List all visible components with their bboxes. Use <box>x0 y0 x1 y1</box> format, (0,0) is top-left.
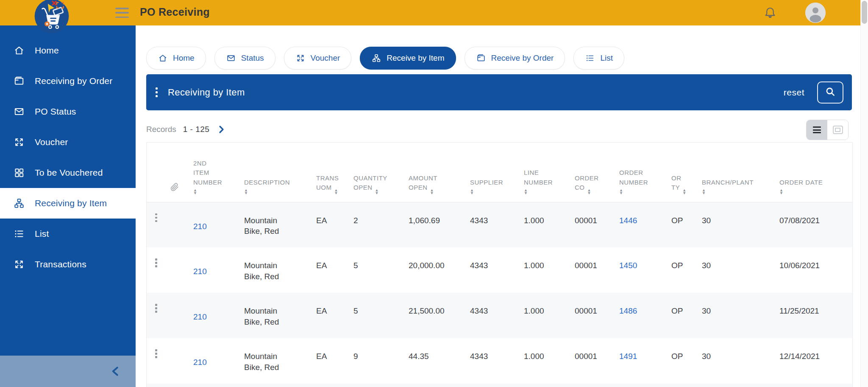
notifications-bell-icon[interactable] <box>764 6 776 20</box>
sort-icon[interactable]: ▲▼ <box>702 189 756 195</box>
reset-button[interactable]: reset <box>784 87 804 98</box>
supplier-cell: 4343 <box>470 293 524 338</box>
column-header-quantity-open[interactable]: QUANTITY OPEN▲▼ <box>353 143 409 202</box>
column-header-order-date[interactable]: ORDER DATE▲▼ <box>779 143 852 202</box>
order-co-cell: 00001 <box>575 202 619 247</box>
column-header-description[interactable]: DESCRIPTION▲▼ <box>244 143 316 202</box>
sort-icon[interactable]: ▲▼ <box>375 189 379 195</box>
user-avatar[interactable] <box>805 3 826 23</box>
search-button[interactable] <box>817 81 843 104</box>
sitemap-icon <box>371 53 381 63</box>
menu-hamburger-icon[interactable] <box>115 8 129 18</box>
search-icon <box>825 86 836 99</box>
description-cell: Mountain Bike, Red <box>244 247 316 293</box>
order-date-cell: 07/08/2021 <box>779 202 852 247</box>
sort-icon[interactable]: ▲▼ <box>587 189 591 195</box>
tab-list[interactable]: List <box>573 47 624 70</box>
sort-icon[interactable]: ▲▼ <box>619 189 650 195</box>
sidebar-item-label: To be Vouchered <box>35 168 103 178</box>
column-header-trans-uom[interactable]: TRANS UOM▲▼ <box>316 143 353 202</box>
order-number-link[interactable]: 1486 <box>619 306 637 315</box>
sort-icon[interactable]: ▲▼ <box>779 189 827 195</box>
sort-icon[interactable]: ▲▼ <box>430 189 434 195</box>
row-kebab-menu-icon[interactable] <box>155 349 185 358</box>
list-view-button[interactable] <box>807 120 827 140</box>
tab-label: Voucher <box>311 53 340 63</box>
sidebar-item-list[interactable]: List <box>0 219 136 249</box>
sort-icon[interactable]: ▲▼ <box>193 189 223 195</box>
item-number-link[interactable]: 210 <box>193 222 207 231</box>
card-view-button[interactable] <box>827 120 848 140</box>
amount-open-cell: 21,500.00 <box>409 293 470 338</box>
sidebar-item-po-status[interactable]: PO Status <box>0 96 136 127</box>
column-header-order-number[interactable]: ORDER NUMBER▲▼ <box>619 143 671 202</box>
tab-home[interactable]: Home <box>146 47 206 70</box>
sidebar-item-transactions[interactable]: Transactions <box>0 249 136 280</box>
quantity-open-cell: 9 <box>353 338 409 384</box>
order-number-link[interactable]: 1446 <box>619 216 637 225</box>
description-cell: Mountain Bike, Red <box>244 293 316 338</box>
amount-open-cell: 1,060.69 <box>409 202 470 247</box>
tab-status[interactable]: Status <box>214 47 275 70</box>
sidebar-collapse-chevron-icon[interactable] <box>109 365 122 378</box>
sidebar-item-receiving-by-order[interactable]: Receiving by Order <box>0 66 136 96</box>
receiving-table: 2ND ITEM NUMBER▲▼ DESCRIPTION▲▼ TRANS UO… <box>146 142 853 387</box>
panel-header: Receiving by Item reset <box>146 74 852 110</box>
page-scrollbar <box>860 0 868 387</box>
list-icon <box>13 227 25 240</box>
sort-icon[interactable]: ▲▼ <box>524 189 556 195</box>
column-header-supplier[interactable]: SUPPLIER▲▼ <box>470 143 524 202</box>
column-header-branch-plant[interactable]: BRANCH/PLANT▲▼ <box>702 143 779 202</box>
po-receiving-app: PO Receiving <box>0 0 868 387</box>
or-ty-cell: OP <box>671 338 702 384</box>
home-icon <box>158 53 168 63</box>
sort-icon[interactable]: ▲▼ <box>244 189 291 195</box>
quantity-open-cell: 5 <box>353 247 409 293</box>
sidebar-item-receiving-by-item[interactable]: Receiving by Item <box>0 188 136 219</box>
app-logo-cart-icon[interactable] <box>33 0 70 35</box>
card-view-icon <box>833 126 843 134</box>
column-header-or-ty[interactable]: OR TY▲▼ <box>671 143 702 202</box>
expand-arrows-icon <box>13 136 25 149</box>
grid-icon <box>13 166 25 179</box>
sort-icon[interactable]: ▲▼ <box>470 189 507 195</box>
item-number-link[interactable]: 210 <box>193 358 207 367</box>
scrollbar-thumb[interactable] <box>862 1 867 24</box>
column-header-amount-open[interactable]: AMOUNT OPEN▲▼ <box>409 143 470 202</box>
order-number-link[interactable]: 1491 <box>619 352 637 361</box>
expand-arrows-icon <box>13 258 25 271</box>
home-icon <box>13 44 25 57</box>
tab-label: Receive by Item <box>387 53 444 63</box>
sidebar-item-voucher[interactable]: Voucher <box>0 127 136 157</box>
order-number-link[interactable]: 1450 <box>619 261 637 270</box>
item-number-link[interactable]: 210 <box>193 312 207 321</box>
order-date-cell: 12/14/2021 <box>779 338 852 384</box>
description-cell: Mountain Bike, Red <box>244 338 316 384</box>
row-kebab-menu-icon[interactable] <box>155 304 185 313</box>
next-page-chevron-icon[interactable] <box>216 124 226 135</box>
panel-kebab-menu-icon[interactable] <box>156 87 158 97</box>
sidebar-item-label: List <box>35 229 49 239</box>
attachment-column-header <box>147 143 193 202</box>
sort-icon[interactable]: ▲▼ <box>334 189 338 195</box>
tab-receive-by-item[interactable]: Receive by Item <box>360 47 456 70</box>
uom-cell: EA <box>316 202 353 247</box>
row-kebab-menu-icon[interactable] <box>155 258 185 267</box>
sidebar-item-label: Receiving by Order <box>35 76 112 86</box>
tab-label: Home <box>173 53 195 63</box>
column-header-2nd-item-number[interactable]: 2ND ITEM NUMBER▲▼ <box>193 143 244 202</box>
quantity-open-cell: 5 <box>353 293 409 338</box>
tab-receive-by-order[interactable]: Receive by Order <box>465 47 565 70</box>
sidebar-item-to-be-vouchered[interactable]: To be Vouchered <box>0 157 136 188</box>
sort-icon[interactable]: ▲▼ <box>682 189 686 195</box>
sidebar-item-home[interactable]: Home <box>0 35 136 66</box>
row-kebab-menu-icon[interactable] <box>155 213 185 222</box>
item-number-link[interactable]: 210 <box>193 267 207 276</box>
branch-plant-cell: 30 <box>702 338 779 384</box>
column-header-line-number[interactable]: LINE NUMBER▲▼ <box>524 143 575 202</box>
line-number-cell: 1.000 <box>524 247 575 293</box>
branch-plant-cell: 30 <box>702 247 779 293</box>
supplier-cell: 4343 <box>470 338 524 384</box>
tab-voucher[interactable]: Voucher <box>284 47 352 70</box>
column-header-order-co[interactable]: ORDER CO▲▼ <box>575 143 619 202</box>
